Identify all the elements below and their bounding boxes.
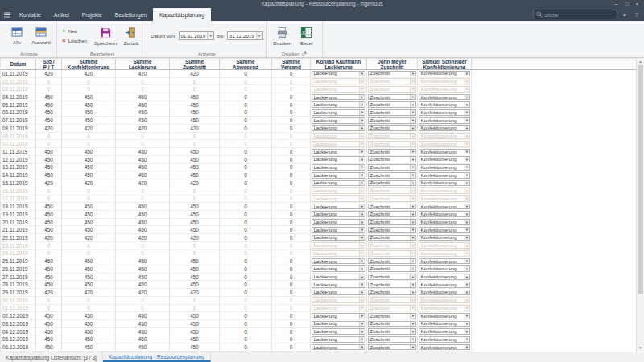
table-row[interactable]: 26.11.2019 450 450 450 450 0 0 Lackierun… bbox=[1, 265, 636, 274]
dropdown-arrow-icon[interactable]: ▾ bbox=[410, 102, 415, 107]
dropdown-arrow-icon[interactable]: ▾ bbox=[359, 196, 365, 201]
dropdown-arrow-icon[interactable]: ▾ bbox=[464, 228, 469, 232]
dropdown-john-meyer[interactable]: Zuschnitt ▾ bbox=[368, 313, 416, 319]
table-row[interactable]: 23.11.2019 0 0 0 0 0 0 Lackierung ▾ bbox=[1, 242, 636, 250]
dropdown-arrow-icon[interactable]: ▾ bbox=[464, 95, 469, 100]
dropdown-konrad-kaufmann[interactable]: Lackierung ▾ bbox=[312, 258, 365, 265]
table-row[interactable]: 02.12.2019 450 450 450 450 0 0 Lackierun… bbox=[1, 312, 636, 320]
dropdown-konrad-kaufmann[interactable]: Lackierung ▾ bbox=[312, 180, 365, 187]
dropdown-konrad-kaufmann[interactable]: Lackierung ▾ bbox=[312, 125, 365, 132]
dropdown-arrow-icon[interactable]: ▾ bbox=[410, 181, 415, 186]
dropdown-konrad-kaufmann[interactable]: Lackierung ▾ bbox=[312, 141, 365, 147]
dropdown-arrow-icon[interactable]: ▾ bbox=[410, 329, 415, 334]
column-header[interactable]: Datum bbox=[1, 59, 36, 69]
dropdown-john-meyer[interactable]: Zuschnitt ▾ bbox=[368, 149, 416, 155]
dropdown-john-meyer[interactable]: Zuschnitt ▾ bbox=[368, 274, 416, 280]
dropdown-samuel-schneider[interactable]: Konfektionierung ▾ bbox=[419, 235, 470, 241]
dropdown-john-meyer[interactable]: Zuschnitt ▾ bbox=[368, 258, 416, 265]
dropdown-konrad-kaufmann[interactable]: Lackierung ▾ bbox=[312, 211, 365, 217]
dropdown-arrow-icon[interactable]: ▾ bbox=[464, 165, 469, 170]
dropdown-samuel-schneider[interactable]: Konfektionierung ▾ bbox=[419, 78, 470, 84]
ribbon-tab[interactable]: Kapazitätsplanung bbox=[153, 8, 211, 21]
table-row[interactable]: 22.11.2019 420 420 420 420 0 0 Lackierun… bbox=[1, 234, 636, 242]
dropdown-arrow-icon[interactable]: ▾ bbox=[359, 329, 365, 334]
dropdown-samuel-schneider[interactable]: Konfektionierung ▾ bbox=[419, 274, 470, 280]
table-row[interactable]: 30.11.2019 0 0 0 0 0 0 Lackierung ▾ bbox=[1, 297, 636, 305]
dropdown-arrow-icon[interactable]: ▾ bbox=[359, 72, 365, 76]
dropdown-arrow-icon[interactable]: ▾ bbox=[464, 110, 469, 115]
dropdown-arrow-icon[interactable]: ▾ bbox=[410, 306, 415, 311]
dropdown-samuel-schneider[interactable]: Konfektionierung ▾ bbox=[419, 117, 470, 124]
dropdown-john-meyer[interactable]: Zuschnitt ▾ bbox=[368, 219, 416, 225]
dropdown-arrow-icon[interactable]: ▾ bbox=[464, 102, 469, 107]
dropdown-arrow-icon[interactable]: ▾ bbox=[464, 259, 469, 264]
neu-button[interactable]: + Neu bbox=[60, 27, 89, 35]
dropdown-arrow-icon[interactable]: ▾ bbox=[359, 142, 365, 146]
dropdown-arrow-icon[interactable]: ▾ bbox=[464, 306, 469, 311]
dropdown-arrow-icon[interactable]: ▾ bbox=[410, 134, 415, 138]
dropdown-john-meyer[interactable]: Zuschnitt ▾ bbox=[368, 242, 416, 249]
dropdown-arrow-icon[interactable]: ▾ bbox=[359, 220, 365, 224]
table-row[interactable]: 09.11.2019 0 0 0 0 0 0 Lackierung ▾ bbox=[1, 133, 636, 141]
dropdown-arrow-icon[interactable]: ▾ bbox=[359, 251, 365, 256]
table-row[interactable]: 06.12.2019 450 450 450 450 0 0 Lackierun… bbox=[1, 343, 636, 352]
dropdown-john-meyer[interactable]: Zuschnitt ▾ bbox=[368, 336, 416, 343]
dropdown-arrow-icon[interactable]: ▾ bbox=[464, 243, 469, 248]
dropdown-arrow-icon[interactable]: ▾ bbox=[359, 118, 365, 123]
dropdown-arrow-icon[interactable]: ▾ bbox=[359, 204, 365, 209]
table-row[interactable]: 03.11.2019 0 0 0 0 0 0 Lackierung ▾ bbox=[1, 85, 636, 93]
dropdown-konrad-kaufmann[interactable]: Lackierung ▾ bbox=[312, 305, 365, 311]
dropdown-john-meyer[interactable]: Zuschnitt ▾ bbox=[368, 164, 416, 171]
dropdown-konrad-kaufmann[interactable]: Lackierung ▾ bbox=[312, 242, 365, 249]
dropdown-arrow-icon[interactable]: ▾ bbox=[410, 282, 415, 287]
dropdown-samuel-schneider[interactable]: Konfektionierung ▾ bbox=[419, 265, 470, 272]
scrollbar-thumb[interactable] bbox=[638, 65, 643, 294]
dropdown-arrow-icon[interactable]: ▾ bbox=[410, 204, 415, 209]
dropdown-samuel-schneider[interactable]: Konfektionierung ▾ bbox=[419, 305, 470, 311]
ribbon-tab[interactable]: Artikel bbox=[47, 8, 76, 21]
dropdown-konrad-kaufmann[interactable]: Lackierung ▾ bbox=[312, 204, 365, 210]
dropdown-arrow-icon[interactable]: ▾ bbox=[359, 181, 365, 186]
dropdown-arrow-icon[interactable]: ▾ bbox=[464, 173, 469, 178]
dropdown-arrow-icon[interactable]: ▾ bbox=[464, 87, 469, 92]
dropdown-arrow-icon[interactable]: ▾ bbox=[464, 266, 469, 271]
dropdown-arrow-icon[interactable]: ▾ bbox=[464, 274, 469, 279]
table-row[interactable]: 21.11.2019 450 450 450 450 0 0 Lackierun… bbox=[1, 226, 636, 234]
ribbon-tab[interactable]: Projekte bbox=[76, 8, 109, 21]
table-row[interactable]: 14.11.2019 450 450 450 450 0 0 Lackierun… bbox=[1, 171, 636, 179]
dropdown-arrow-icon[interactable]: ▾ bbox=[464, 204, 469, 209]
dropdown-samuel-schneider[interactable]: Konfektionierung ▾ bbox=[419, 187, 470, 194]
dropdown-john-meyer[interactable]: Zuschnitt ▾ bbox=[368, 211, 416, 217]
close-icon[interactable]: × bbox=[632, 0, 642, 8]
dropdown-arrow-icon[interactable]: ▾ bbox=[464, 322, 469, 327]
dropdown-konrad-kaufmann[interactable]: Lackierung ▾ bbox=[312, 187, 365, 194]
dropdown-arrow-icon[interactable]: ▾ bbox=[359, 228, 365, 232]
table-row[interactable]: 06.11.2019 450 450 450 450 0 0 Lackierun… bbox=[1, 109, 636, 117]
dialog-launcher-icon[interactable] bbox=[302, 51, 307, 56]
dropdown-arrow-icon[interactable]: ▾ bbox=[359, 243, 365, 248]
table-row[interactable]: 04.12.2019 450 450 450 450 0 0 Lackierun… bbox=[1, 328, 636, 336]
dropdown-john-meyer[interactable]: Zuschnitt ▾ bbox=[368, 141, 416, 147]
dropdown-arrow-icon[interactable]: ▾ bbox=[464, 236, 469, 241]
excel-button[interactable]: X Excel bbox=[295, 23, 319, 50]
dropdown-arrow-icon[interactable]: ▾ bbox=[359, 212, 365, 216]
dropdown-arrow-icon[interactable]: ▾ bbox=[410, 110, 415, 115]
dropdown-arrow-icon[interactable]: ▾ bbox=[410, 118, 415, 123]
dropdown-john-meyer[interactable]: Zuschnitt ▾ bbox=[368, 204, 416, 210]
dropdown-arrow-icon[interactable]: ▾ bbox=[464, 220, 469, 224]
dropdown-arrow-icon[interactable]: ▾ bbox=[410, 72, 415, 76]
dropdown-samuel-schneider[interactable]: Konfektionierung ▾ bbox=[419, 250, 470, 257]
dropdown-konrad-kaufmann[interactable]: Lackierung ▾ bbox=[312, 235, 365, 241]
table-row[interactable]: 27.11.2019 450 450 450 450 0 0 Lackierun… bbox=[1, 274, 636, 282]
dropdown-john-meyer[interactable]: Zuschnitt ▾ bbox=[368, 297, 416, 303]
dropdown-arrow-icon[interactable]: ▾ bbox=[464, 251, 469, 256]
dropdown-arrow-icon[interactable]: ▾ bbox=[464, 298, 469, 302]
dropdown-john-meyer[interactable]: Zuschnitt ▾ bbox=[368, 156, 416, 162]
dropdown-arrow-icon[interactable]: ▾ bbox=[464, 126, 469, 131]
search-box[interactable] bbox=[533, 10, 617, 19]
dropdown-arrow-icon[interactable]: ▾ bbox=[410, 228, 415, 232]
dropdown-arrow-icon[interactable]: ▾ bbox=[359, 110, 365, 115]
dropdown-samuel-schneider[interactable]: Konfektionierung ▾ bbox=[419, 149, 470, 155]
dropdown-samuel-schneider[interactable]: Konfektionierung ▾ bbox=[419, 94, 470, 101]
dropdown-arrow-icon[interactable]: ▾ bbox=[359, 298, 365, 302]
